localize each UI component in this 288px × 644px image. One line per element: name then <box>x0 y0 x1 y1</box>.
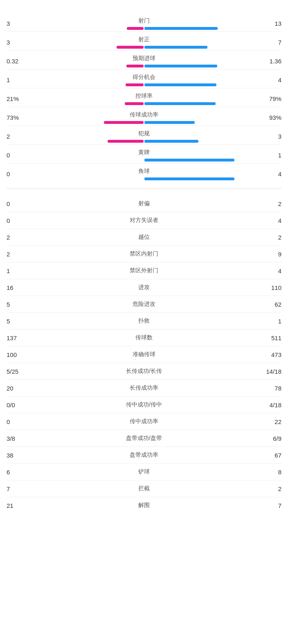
bar-stats-section: 3 射门 13 3 射正 <box>7 13 281 182</box>
plain-left-value: 1 <box>7 267 39 274</box>
plain-stat-label: 解围 <box>39 502 249 509</box>
bar-right-wrap <box>144 159 257 162</box>
bar-right-wrap <box>144 46 257 49</box>
plain-right-value: 6/9 <box>249 435 281 442</box>
bar-container <box>31 27 257 30</box>
stat-left-value: 1 <box>7 76 31 83</box>
bar-right-wrap <box>144 65 257 67</box>
bar-blue <box>144 46 207 49</box>
plain-stat-row: 38 盘带成功率 67 <box>7 447 281 464</box>
bar-stat-row: 0 角球 4 <box>7 164 281 182</box>
stat-label: 传球成功率 <box>130 111 158 119</box>
plain-stat-label: 长传成功/长传 <box>39 368 249 375</box>
plain-right-value: 4 <box>249 217 281 224</box>
plain-left-value: 5/25 <box>7 368 39 375</box>
bar-left-wrap <box>31 83 144 86</box>
plain-left-value: 2 <box>7 234 39 241</box>
plain-stat-row: 0 对方失误者 4 <box>7 212 281 229</box>
stat-center: 预期进球 <box>31 55 257 67</box>
bar-blue <box>144 159 234 162</box>
stat-center: 传球成功率 <box>31 111 257 124</box>
plain-right-value: 67 <box>249 452 281 459</box>
plain-right-value: 4/18 <box>249 402 281 408</box>
stat-center: 控球率 <box>31 92 257 105</box>
stat-right-value: 13 <box>257 20 281 27</box>
plain-stat-row: 2 越位 2 <box>7 229 281 246</box>
bar-pink <box>117 46 144 49</box>
plain-stat-label: 越位 <box>39 233 249 241</box>
stat-center: 射正 <box>31 36 257 49</box>
plain-stat-label: 铲球 <box>39 468 249 476</box>
bar-blue <box>144 140 198 143</box>
stat-label: 控球率 <box>135 92 153 100</box>
stat-right-value: 4 <box>257 76 281 83</box>
plain-stat-row: 1 禁区外射门 4 <box>7 263 281 279</box>
plain-stat-row: 20 长传成功率 78 <box>7 380 281 397</box>
stat-center: 得分机会 <box>31 74 257 86</box>
stat-right-value: 3 <box>257 133 281 140</box>
bar-right-wrap <box>144 83 257 86</box>
plain-stat-label: 射偏 <box>39 200 249 207</box>
bar-pink <box>108 140 144 143</box>
plain-left-value: 100 <box>7 351 39 358</box>
plain-stat-label: 准确传球 <box>39 351 249 358</box>
plain-right-value: 78 <box>249 385 281 392</box>
plain-stat-row: 7 拦截 2 <box>7 480 281 497</box>
plain-right-value: 22 <box>249 418 281 425</box>
plain-stat-row: 0/0 传中成功/传中 4/18 <box>7 397 281 413</box>
bar-container <box>31 177 257 180</box>
bar-right-wrap <box>144 177 257 180</box>
plain-stat-label: 传球数 <box>39 334 249 341</box>
plain-right-value: 2 <box>249 234 281 241</box>
plain-right-value: 2 <box>249 200 281 207</box>
bar-left-wrap <box>31 65 144 67</box>
plain-stats-section: 0 射偏 2 0 对方失误者 4 2 越位 2 2 禁区内射门 9 1 禁区外射… <box>7 195 281 514</box>
bar-stat-row: 21% 控球率 79% <box>7 88 281 107</box>
plain-stat-row: 5/25 长传成功/长传 14/18 <box>7 363 281 380</box>
bar-container <box>31 46 257 49</box>
stat-right-value: 1 <box>257 152 281 159</box>
plain-stat-row: 5 危险进攻 62 <box>7 296 281 313</box>
plain-right-value: 110 <box>249 284 281 291</box>
stat-left-value: 0 <box>7 171 31 177</box>
plain-left-value: 0 <box>7 418 39 425</box>
stat-label: 黄牌 <box>138 149 150 156</box>
stat-right-value: 4 <box>257 171 281 177</box>
bar-stat-row: 1 得分机会 4 <box>7 70 281 88</box>
bar-container <box>31 83 257 86</box>
bar-stat-row: 3 射门 13 <box>7 13 281 32</box>
plain-stat-label: 进攻 <box>39 284 249 291</box>
plain-stat-label: 长传成功率 <box>39 384 249 392</box>
stat-left-value: 3 <box>7 20 31 27</box>
bar-pink <box>126 65 144 67</box>
bar-left-wrap <box>31 159 144 162</box>
stat-label: 射正 <box>138 36 150 43</box>
plain-left-value: 16 <box>7 284 39 291</box>
plain-stat-row: 137 传球数 511 <box>7 330 281 346</box>
stat-left-value: 73% <box>7 114 31 121</box>
bar-right-wrap <box>144 121 257 124</box>
bar-stat-row: 2 犯规 3 <box>7 126 281 145</box>
plain-left-value: 5 <box>7 301 39 308</box>
plain-stat-row: 0 射偏 2 <box>7 195 281 212</box>
plain-stat-row: 6 铲球 8 <box>7 464 281 480</box>
plain-left-value: 38 <box>7 452 39 459</box>
stat-left-value: 3 <box>7 39 31 46</box>
plain-left-value: 137 <box>7 334 39 341</box>
bar-pink <box>104 121 144 124</box>
bar-right-wrap <box>144 140 257 143</box>
plain-left-value: 6 <box>7 469 39 476</box>
plain-right-value: 8 <box>249 469 281 476</box>
bar-pink <box>126 83 144 86</box>
plain-stat-row: 100 准确传球 473 <box>7 346 281 363</box>
plain-right-value: 4 <box>249 267 281 274</box>
bar-pink <box>125 102 144 105</box>
bar-left-wrap <box>31 140 144 143</box>
plain-right-value: 473 <box>249 351 281 358</box>
bar-stat-row: 73% 传球成功率 93% <box>7 107 281 126</box>
plain-left-value: 20 <box>7 385 39 392</box>
bar-left-wrap <box>31 102 144 105</box>
plain-right-value: 1 <box>249 318 281 325</box>
bar-pink <box>127 27 144 30</box>
bar-blue <box>144 177 234 180</box>
